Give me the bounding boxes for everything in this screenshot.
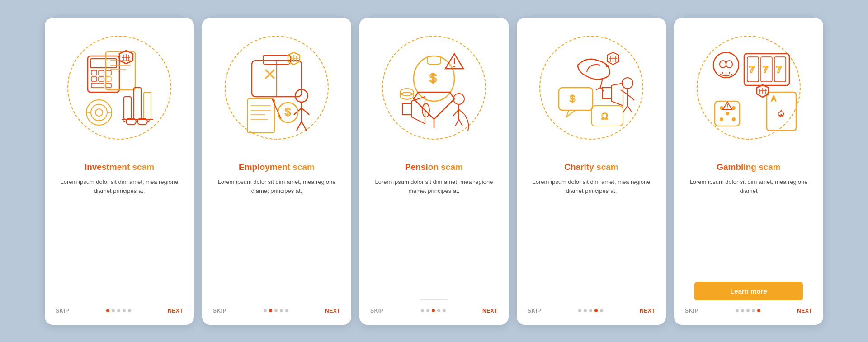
investment-scam-card: Investment scam Lorem ipsum dolor sit di… xyxy=(45,18,194,325)
dot-5 xyxy=(600,309,603,312)
svg-line-94 xyxy=(623,106,627,112)
svg-point-119 xyxy=(726,112,729,115)
svg-line-82 xyxy=(596,88,600,90)
svg-rect-45 xyxy=(247,99,274,133)
gambling-content: Gambling scam Lorem ipsum dolor sit dim … xyxy=(674,158,823,300)
pension-desc: Lorem ipsum dolor sit dim amet, mea regi… xyxy=(370,178,498,295)
dot-3 xyxy=(274,309,278,312)
svg-line-93 xyxy=(627,94,634,100)
svg-text:7: 7 xyxy=(776,64,782,75)
employment-footer: SKIP NEXT xyxy=(202,300,351,316)
dot-3 xyxy=(589,309,592,312)
charity-svg: $ Ω xyxy=(533,29,650,146)
svg-point-124 xyxy=(727,107,728,108)
svg-line-57 xyxy=(302,122,307,131)
gambling-next[interactable]: NEXT xyxy=(797,308,812,314)
svg-marker-74 xyxy=(402,103,411,115)
svg-point-121 xyxy=(732,117,736,121)
charity-next[interactable]: NEXT xyxy=(640,308,655,314)
employment-illustration: $ xyxy=(202,18,351,158)
dot-4 xyxy=(594,309,598,312)
pension-next[interactable]: NEXT xyxy=(482,308,498,314)
svg-rect-9 xyxy=(106,83,111,88)
employment-scam-card: $ Employment scam Lorem ipsum dolor sit … xyxy=(202,18,351,325)
investment-skip[interactable]: SKIP xyxy=(56,308,69,314)
employment-svg: $ xyxy=(218,29,335,146)
investment-dots xyxy=(106,309,131,312)
svg-rect-6 xyxy=(99,77,104,81)
employment-content: Employment scam Lorem ipsum dolor sit di… xyxy=(202,158,351,300)
svg-point-68 xyxy=(453,94,464,104)
investment-svg xyxy=(61,29,178,146)
dot-4 xyxy=(280,309,283,312)
employment-skip[interactable]: SKIP xyxy=(213,308,226,314)
cards-container: Investment scam Lorem ipsum dolor sit di… xyxy=(31,4,837,338)
learn-more-button[interactable]: Learn more xyxy=(694,282,803,300)
svg-line-56 xyxy=(297,122,302,131)
svg-point-90 xyxy=(622,78,633,89)
dot-2 xyxy=(112,309,115,312)
svg-point-20 xyxy=(95,109,103,116)
svg-marker-66 xyxy=(414,92,454,119)
pension-skip[interactable]: SKIP xyxy=(370,308,384,314)
svg-text:$: $ xyxy=(285,106,291,118)
svg-text:Ω: Ω xyxy=(601,111,608,121)
svg-line-71 xyxy=(459,109,465,115)
dot-1 xyxy=(736,309,739,312)
svg-line-33 xyxy=(123,121,125,122)
employment-title: Employment scam xyxy=(239,162,315,172)
dot-1 xyxy=(264,309,267,312)
svg-point-111 xyxy=(720,61,726,68)
dot-2 xyxy=(584,309,587,312)
svg-text:7: 7 xyxy=(749,64,755,75)
svg-line-73 xyxy=(459,119,462,126)
svg-rect-3 xyxy=(99,70,104,75)
svg-text:$: $ xyxy=(570,93,575,104)
dot-4 xyxy=(123,309,126,312)
pension-svg: $ xyxy=(375,29,493,146)
svg-point-19 xyxy=(91,104,107,121)
dot-5 xyxy=(285,309,288,312)
charity-illustration: $ Ω xyxy=(517,18,666,158)
investment-content: Investment scam Lorem ipsum dolor sit di… xyxy=(45,158,194,300)
svg-line-92 xyxy=(621,90,627,94)
svg-point-65 xyxy=(453,66,455,67)
charity-scam-card: $ Ω Cha xyxy=(517,18,666,325)
dot-5 xyxy=(757,309,760,312)
pension-content: Pension scam Lorem ipsum dolor sit dim a… xyxy=(359,158,509,295)
svg-rect-16 xyxy=(144,92,151,119)
dot-5 xyxy=(443,309,446,312)
charity-title: Charity scam xyxy=(564,162,618,172)
svg-point-84 xyxy=(606,65,609,67)
charity-footer: SKIP NEXT xyxy=(517,300,666,316)
gambling-title: Gambling scam xyxy=(717,162,781,172)
investment-title: Investment scam xyxy=(85,162,154,172)
charity-content: Charity scam Lorem ipsum dolor sit dim a… xyxy=(517,158,666,300)
svg-rect-2 xyxy=(91,70,97,75)
svg-point-118 xyxy=(732,106,736,110)
svg-rect-0 xyxy=(88,56,119,92)
svg-line-81 xyxy=(600,79,603,88)
dot-1 xyxy=(578,309,581,312)
investment-next[interactable]: NEXT xyxy=(168,308,183,314)
svg-marker-88 xyxy=(603,88,612,99)
svg-point-112 xyxy=(726,61,732,68)
gambling-dots xyxy=(736,309,760,312)
pension-title: Pension scam xyxy=(405,162,463,172)
svg-text:A: A xyxy=(771,95,776,103)
dot-2 xyxy=(269,309,272,312)
svg-rect-61 xyxy=(427,56,441,64)
dot-2 xyxy=(426,309,429,312)
gambling-skip[interactable]: SKIP xyxy=(685,308,698,314)
employment-desc: Lorem ipsum dolor sit dim amet, mea regi… xyxy=(213,178,340,300)
employment-next[interactable]: NEXT xyxy=(325,308,340,314)
svg-line-72 xyxy=(455,119,459,126)
svg-line-95 xyxy=(627,106,632,112)
svg-point-76 xyxy=(422,103,429,117)
svg-marker-75 xyxy=(411,97,425,124)
svg-rect-8 xyxy=(91,83,104,88)
dot-4 xyxy=(437,309,440,312)
charity-skip[interactable]: SKIP xyxy=(528,308,541,314)
svg-rect-15 xyxy=(134,88,141,119)
charity-desc: Lorem ipsum dolor sit dim amet, mea regi… xyxy=(528,178,655,300)
